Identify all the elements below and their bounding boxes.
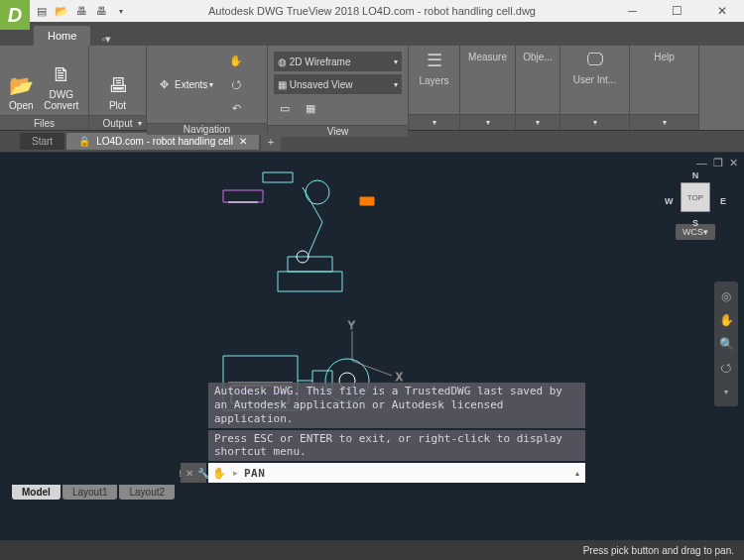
app-logo[interactable]: D [0,0,30,30]
maximize-button[interactable]: ☐ [655,0,699,22]
layout-tab-1[interactable]: Layout1 [62,485,118,500]
print-icon[interactable]: 🖶 [93,3,109,19]
view-option2-icon[interactable]: ▦ [300,97,321,119]
open-button[interactable]: 📂 Open [6,50,37,111]
panel-output-label[interactable]: Output▾ [89,115,146,130]
plot-label: Plot [109,100,126,111]
pan-icon[interactable]: ✋ [225,50,247,71]
convert-label: DWG Convert [44,89,78,111]
plot-button[interactable]: 🖶 Plot [95,50,140,111]
command-input[interactable]: PAN [240,467,569,480]
viewcube-n[interactable]: N [692,170,699,180]
close-tab-icon[interactable]: ✕ [239,136,247,147]
viewcube-e[interactable]: E [720,196,726,206]
doc-tab-active-label: LO4D.com - robot handling cell [96,136,233,147]
view-option1-icon[interactable]: ▭ [274,97,296,119]
wrench-icon[interactable]: 🔧 [197,468,209,479]
svg-text:X: X [396,372,403,383]
visual-style-value: 2D Wireframe [290,56,351,67]
vp-close-icon[interactable]: ✕ [729,157,738,169]
open-label: Open [9,100,33,111]
panel-help-dd[interactable]: ▾ [630,114,698,130]
panel-view-label: View [268,125,408,137]
tab-home[interactable]: Home [34,26,90,46]
measure-label[interactable]: Measure [468,52,507,62]
minimize-button[interactable]: ─ [610,0,655,22]
pan-cursor-icon: ✋ [208,467,230,480]
layout-tab-model[interactable]: Model [12,485,61,500]
dwg-convert-button[interactable]: 🗎 DWG Convert [41,50,82,111]
printer-icon: 🖶 [104,73,132,97]
close-cmd-icon[interactable]: ✕ [186,468,193,479]
command-handle[interactable]: ⁞ ✕ 🔧 [181,463,206,483]
panel-obj-dd[interactable]: ▾ [516,114,559,130]
ui-icon[interactable]: 🖵 [586,50,604,70]
panel-help: Help ▾ [630,46,699,130]
help-label[interactable]: Help [654,52,675,62]
folder-open-icon: 📂 [7,73,35,97]
title-bar: D ▤ 📂 🖶 🖶 ▾ Autodesk DWG TrueView 2018 L… [0,0,744,22]
panel-layers-dd[interactable]: ▾ [409,114,459,130]
command-line[interactable]: ✋ ▸ PAN ▴ [208,463,585,483]
svg-line-11 [352,361,392,376]
doc-tab-active[interactable]: 🔒 LO4D.com - robot handling cell ✕ [66,133,259,150]
window-title: Autodesk DWG TrueView 2018 LO4D.com - ro… [208,5,536,17]
vp-restore-icon[interactable]: ❐ [713,157,723,169]
lock-icon: 🔒 [78,136,90,147]
ribbon-tabs: Home ◦▾ [0,22,744,46]
close-button[interactable]: ✕ [699,0,744,22]
extents-button[interactable]: Extents▾ [175,79,213,90]
nav-pan-icon[interactable]: ✋ [714,308,738,332]
viewport-window-controls: — ❐ ✕ [696,157,738,169]
nav-zoom-icon[interactable]: 🔍 [714,332,738,356]
drawing-viewport[interactable]: — ❐ ✕ N W E TOP S WCS ▾ ◎ ✋ 🔍 ⭯ ▾ [0,153,744,506]
visual-style-dropdown[interactable]: ◍ 2D Wireframe ▾ [274,52,402,71]
new-icon[interactable]: ▤ [34,3,50,19]
ui-label: User Int... [573,74,616,85]
svg-point-5 [306,180,329,204]
svg-rect-2 [263,172,293,182]
status-bar: Press pick button and drag to pan. [0,540,744,560]
back-icon[interactable]: ↶ [225,97,247,119]
viewcube[interactable]: N W E TOP S WCS ▾ [667,170,724,240]
panel-view: ◍ 2D Wireframe ▾ ▦ Unsaved View ▾ ▭ ▦ Vi… [268,46,409,130]
panel-ui-dd[interactable]: ▾ [560,114,629,130]
viewcube-w[interactable]: W [665,196,674,206]
command-area: Autodesk DWG. This file is a TrustedDWG … [208,383,585,483]
view-name-dropdown[interactable]: ▦ Unsaved View ▾ [274,74,402,94]
plot-icon[interactable]: 🖶 [73,3,89,19]
grip-icon: ⁞ [179,468,182,479]
command-history-dropdown[interactable]: ▴ [569,469,585,478]
view-icon: ▦ [278,79,287,90]
svg-line-4 [308,222,322,257]
panel-measure-dd[interactable]: ▾ [460,114,515,130]
tab-focus-toggle[interactable]: ◦▾ [94,33,118,46]
layers-icon[interactable]: ☰ [427,50,442,71]
extents-label: Extents [175,79,207,90]
open-icon[interactable]: 📂 [54,3,69,19]
orbit-icon[interactable]: ⭯ [225,73,247,95]
layout-tabs: Model Layout1 Layout2 [0,485,177,506]
panel-navigation-label: Navigation [147,123,267,135]
command-history-1: Autodesk DWG. This file is a TrustedDWG … [208,383,585,427]
panel-navigation: ✥ Extents▾ ✋ ⭯ ↶ Navigation [147,46,268,130]
window-controls: ─ ☐ ✕ [610,0,744,22]
obj-label[interactable]: Obje... [523,52,552,62]
vp-minimize-icon[interactable]: — [696,157,707,169]
panel-measure: Measure ▾ [460,46,516,130]
viewcube-s[interactable]: S [692,218,698,228]
layout-tab-2[interactable]: Layout2 [119,485,175,500]
steering-wheel-icon[interactable]: ◎ [714,284,738,308]
nav-dd-icon[interactable]: ▾ [714,380,738,403]
viewcube-face[interactable]: TOP [681,182,710,212]
layers-label: Layers [419,75,448,86]
command-history-2: Press ESC or ENTER to exit, or right-cli… [208,430,585,462]
svg-rect-7 [223,190,263,202]
doc-tab-start[interactable]: Start [20,133,64,150]
panel-objects: Obje... ▾ [516,46,560,130]
qat-dropdown-icon[interactable]: ▾ [113,3,129,19]
zoom-steering-icon[interactable]: ✥ [153,73,175,95]
svg-rect-0 [278,272,342,291]
nav-orbit-icon[interactable]: ⭯ [714,356,738,380]
panel-files-label: Files [0,115,88,130]
